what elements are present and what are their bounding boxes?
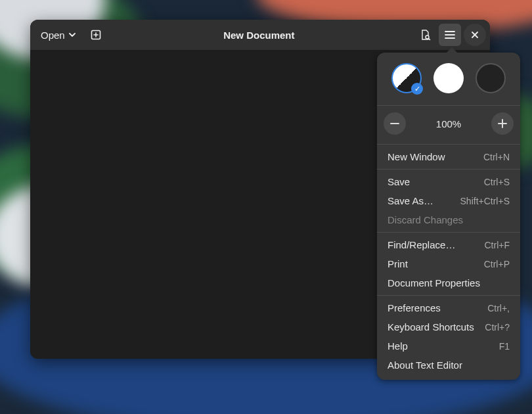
main-menu-popover: ✓ 100% New Window Ctrl+N Save Ctrl+S Sav… [377, 53, 520, 380]
theme-switcher-row: ✓ [377, 57, 520, 103]
headerbar: Open New Document [30, 20, 490, 50]
menu-label: Print [388, 258, 408, 269]
menu-keyboard-shortcuts[interactable]: Keyboard Shortcuts Ctrl+? [377, 317, 520, 336]
menu-shortcut: Ctrl+? [485, 322, 510, 333]
menu-discard-changes: Discard Changes [377, 210, 520, 229]
check-icon: ✓ [411, 83, 423, 95]
menu-new-window[interactable]: New Window Ctrl+N [377, 147, 520, 166]
menu-about[interactable]: About Text Editor [377, 356, 520, 375]
menu-find-replace[interactable]: Find/Replace… Ctrl+F [377, 235, 520, 254]
hamburger-menu-button[interactable] [439, 24, 461, 46]
separator [377, 295, 520, 296]
menu-label: New Window [388, 151, 445, 162]
menu-shortcut: Ctrl+S [484, 177, 510, 187]
document-search-icon [419, 29, 431, 41]
open-button[interactable]: Open [34, 26, 82, 45]
plus-icon [498, 119, 507, 128]
zoom-row: 100% [377, 108, 520, 141]
menu-preferences[interactable]: Preferences Ctrl+, [377, 298, 520, 317]
menu-label: Find/Replace… [388, 239, 455, 250]
menu-shortcut: Ctrl+, [487, 303, 510, 313]
open-label: Open [41, 30, 65, 41]
zoom-value: 100% [436, 118, 461, 129]
hamburger-icon [445, 30, 455, 39]
separator [377, 232, 520, 233]
menu-label: Discard Changes [388, 214, 463, 225]
menu-label: Help [388, 340, 408, 352]
document-title: New Document [107, 30, 411, 41]
separator [377, 144, 520, 145]
menu-shortcut: Shift+Ctrl+S [460, 196, 510, 206]
new-tab-button[interactable] [85, 24, 107, 46]
menu-help[interactable]: Help F1 [377, 336, 520, 356]
theme-light[interactable] [433, 63, 464, 93]
menu-label: About Text Editor [388, 359, 462, 371]
separator [377, 169, 520, 170]
new-tab-icon [90, 29, 102, 41]
zoom-out-button[interactable] [384, 112, 406, 135]
minus-icon [390, 123, 399, 124]
menu-print[interactable]: Print Ctrl+P [377, 254, 520, 273]
theme-dark[interactable] [476, 63, 506, 93]
menu-shortcut: Ctrl+F [485, 240, 510, 250]
menu-document-properties[interactable]: Document Properties [377, 273, 520, 292]
menu-label: Save [388, 176, 410, 187]
chevron-down-icon [69, 33, 76, 37]
menu-label: Keyboard Shortcuts [388, 321, 474, 333]
popover-tail [447, 47, 457, 53]
menu-label: Save As… [388, 195, 433, 206]
zoom-in-button[interactable] [491, 112, 514, 135]
close-window-button[interactable] [464, 24, 486, 46]
menu-label: Document Properties [388, 277, 480, 288]
separator [377, 105, 520, 106]
menu-label: Preferences [388, 302, 441, 313]
menu-shortcut: F1 [499, 341, 510, 352]
find-button[interactable] [414, 24, 436, 46]
menu-save[interactable]: Save Ctrl+S [377, 172, 520, 191]
menu-shortcut: Ctrl+P [484, 259, 510, 269]
menu-shortcut: Ctrl+N [483, 152, 510, 162]
close-icon [471, 31, 479, 39]
theme-follow-system[interactable]: ✓ [391, 63, 422, 93]
menu-save-as[interactable]: Save As… Shift+Ctrl+S [377, 191, 520, 210]
